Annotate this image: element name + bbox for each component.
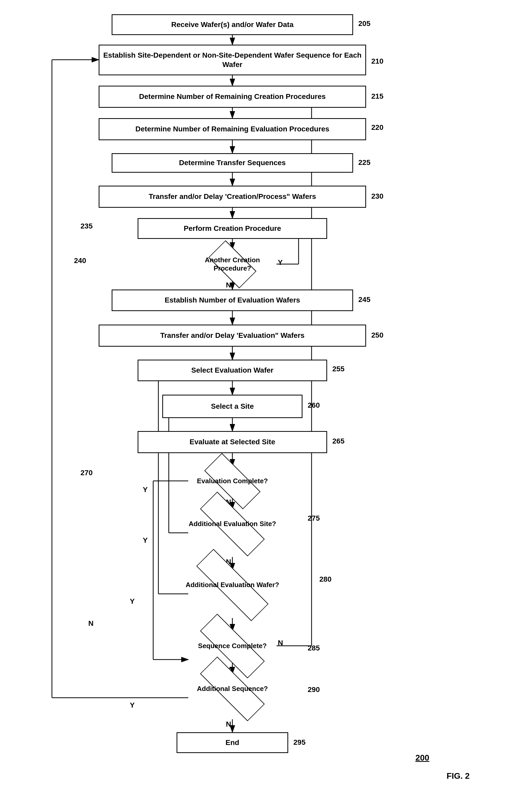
ref-290: 290 (308, 686, 320, 694)
box-245: Establish Number of Evaluation Wafers (112, 289, 353, 311)
ref-205: 205 (358, 19, 370, 28)
fig-label: FIG. 2 (446, 771, 470, 781)
flowchart-diagram: Receive Wafer(s) and/or Wafer Data 205 E… (0, 0, 532, 806)
ref-265: 265 (332, 437, 344, 445)
box-205: Receive Wafer(s) and/or Wafer Data (112, 14, 353, 35)
box-255: Select Evaluation Wafer (138, 360, 327, 381)
ref-220: 220 (371, 123, 383, 132)
ref-230: 230 (371, 192, 383, 200)
ref-270: 270 (80, 469, 93, 477)
ref-295: 295 (293, 738, 306, 747)
box-210: Establish Site-Dependent or Non-Site-Dep… (99, 45, 366, 75)
arrow-275-y: Y (143, 536, 148, 544)
diamond-270: Evaluation Complete? (176, 466, 288, 496)
box-265: Evaluate at Selected Site (138, 431, 327, 453)
ref-215: 215 (371, 92, 383, 100)
box-295: End (176, 732, 288, 753)
diamond-290: Additional Sequence? (162, 674, 303, 704)
arrow-240-y: Y (278, 258, 283, 267)
ref-260: 260 (308, 401, 320, 409)
arrow-280-y: Y (130, 597, 135, 606)
ref-235-label: 235 (80, 222, 93, 230)
ref-245: 245 (358, 295, 370, 304)
arrow-285-n: N (278, 639, 283, 647)
arrow-290-n: N (226, 720, 231, 728)
diamond-280: Additional Evaluation Wafer? (151, 570, 314, 600)
diamond-240: Another Creation Procedure? (188, 249, 277, 279)
box-260: Select a Site (162, 395, 303, 418)
arrow-280-n: N (88, 619, 93, 628)
box-220: Determine Number of Remaining Evaluation… (99, 118, 366, 140)
ref-275: 275 (308, 514, 320, 522)
ref-240-label: 240 (74, 256, 86, 265)
ref-280: 280 (319, 575, 331, 583)
box-250: Transfer and/or Delay 'Evaluation" Wafer… (99, 325, 366, 347)
diamond-275: Additional Evaluation Site? (162, 509, 303, 539)
arrow-270-y: Y (143, 485, 148, 494)
ref-285: 285 (308, 644, 320, 652)
box-225: Determine Transfer Sequences (112, 153, 353, 173)
box-230: Transfer and/or Delay 'Creation/Process"… (99, 186, 366, 208)
fig-number: 200 (415, 753, 429, 763)
box-215: Determine Number of Remaining Creation P… (99, 86, 366, 108)
ref-255: 255 (332, 365, 344, 373)
ref-210: 210 (371, 57, 383, 65)
arrow-290-y: Y (130, 701, 135, 709)
ref-225: 225 (358, 158, 370, 167)
ref-250: 250 (371, 331, 383, 339)
arrow-240-n: N (226, 281, 231, 289)
box-235: Perform Creation Procedure (138, 218, 327, 239)
